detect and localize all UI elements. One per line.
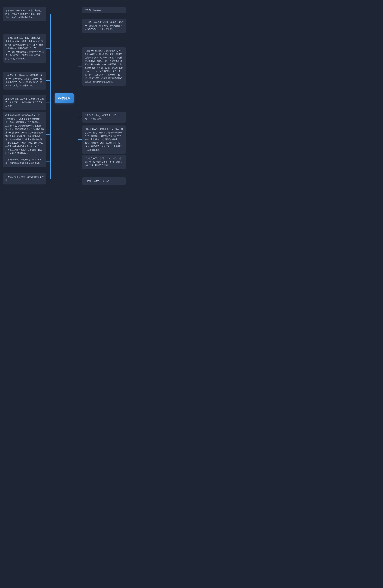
right-box-4: 总灰分 取本品1g，依法测定（附录IX K），不得过1.2%。 — [82, 112, 126, 123]
left-box-3: 「检查」 水分 取本品1g，精密称定，加水2ml，加热溶解后，置水浴上蒸干，使厚… — [3, 72, 46, 89]
right-box-6: 「功能与主治」 养阴，止血，补虚，润燥。用于虚劳咳嗽，咯血，吐血，衄血，妇女崩漏… — [82, 155, 126, 169]
right-box-5: 砷盐 取本品2g，加氢氧化钙1g，混合，加水少量，搅匀，干燥后，先用小火烧灼使炭… — [82, 126, 126, 154]
right-box-7: 「规格」 每500g（盒）8块。 — [82, 177, 126, 185]
left-box-4: 重金属 取检查总灰分项下的残渣，依法检查（附录IX E），含重金属不得过百万分之… — [3, 95, 46, 110]
left-box-6: 「用法与用量」 一次3～9g，一日1～2次。用黄酒或开水炖化服，或遵医嘱。 — [3, 156, 46, 167]
center-node: 福字阿胶 — [55, 93, 74, 103]
right-box-3: 另取甘草次酸对照品，加甲醇制成每1ml含1mg的溶液，作为对照品溶液。照薄层色谱… — [82, 47, 126, 85]
left-box-2: 「鉴别」 取本品5g，捣碎，加水20ml，水浴上加热溶化，放冷，边搅拌边加入硫酸… — [3, 34, 46, 63]
left-box-1: 标准编号：WS3-B-3512-98本品由驴皮、陈皮、甘草等药味经适宜的加工、炮… — [3, 7, 46, 21]
mind-map: 福字阿胶 标准编号：WS3-B-3512-98本品由驴皮、陈皮、甘草等药味经适宜… — [0, 0, 129, 196]
left-box-7: 「贮藏」 密闭，防潮。医学教育网搜集整理 — [3, 173, 46, 185]
left-box-5: 挥发性碱性物质 精密称取本品5g，置100ml量瓶中，加水使溶解并稀释至刻度，摇… — [3, 112, 46, 157]
right-box-2: 「性状」 本品为长方形块，黑褐色，有光泽，质硬而脆，断面光亮，碎片对光照视呈棕色… — [82, 19, 126, 33]
right-box-1: 拼音名：FuziEjiao — [82, 7, 126, 13]
